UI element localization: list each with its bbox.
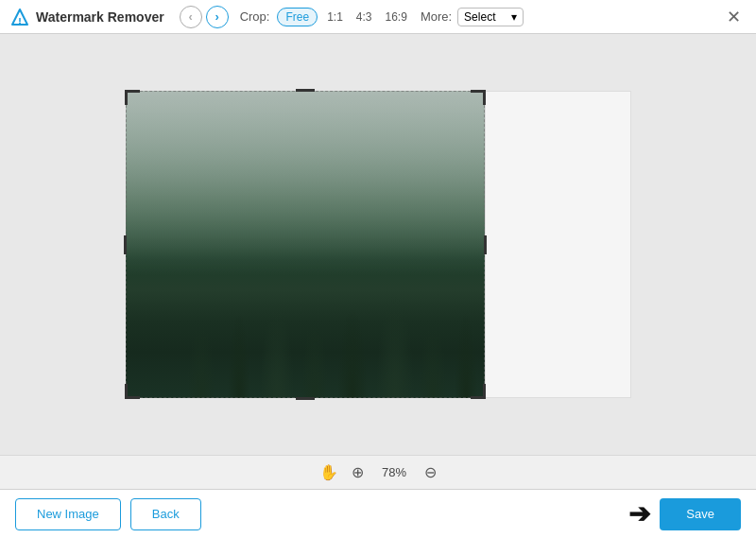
crop-16x9-button[interactable]: 16:9 <box>382 9 411 26</box>
app-logo <box>9 7 30 27</box>
nav-buttons: ‹ › <box>180 6 229 28</box>
zoom-out-icon[interactable]: ⊖ <box>424 463 437 481</box>
arrow-indicator: ➔ Save <box>628 498 741 530</box>
titlebar: Watermark Remover ‹ › Crop: Free 1:1 4:3… <box>0 0 756 34</box>
new-image-button[interactable]: New Image <box>15 498 121 530</box>
image-wrapper[interactable] <box>126 91 485 398</box>
crop-options: Free 1:1 4:3 16:9 <box>277 8 410 26</box>
chevron-down-icon: ▾ <box>511 10 517 24</box>
nav-forward-button[interactable]: › <box>206 6 229 28</box>
zoom-bar: ✋ ⊕ 78% ⊖ <box>0 455 756 489</box>
zoom-in-icon[interactable]: ⊕ <box>352 463 364 481</box>
crop-1x1-button[interactable]: 1:1 <box>323 9 347 26</box>
svg-point-2 <box>19 22 21 24</box>
more-label: More: <box>421 9 452 24</box>
main-canvas-area <box>0 34 756 455</box>
arrow-right-icon: ➔ <box>628 498 650 529</box>
select-label: Select <box>464 10 495 24</box>
zoom-percent: 78% <box>377 465 411 479</box>
back-button[interactable]: Back <box>130 498 201 530</box>
right-panel <box>485 91 631 398</box>
save-button[interactable]: Save <box>660 498 741 530</box>
nav-back-button[interactable]: ‹ <box>180 6 202 28</box>
close-button[interactable]: ✕ <box>721 3 747 31</box>
canvas-container <box>126 91 631 398</box>
crop-label: Crop: <box>240 9 270 24</box>
app-title: Watermark Remover <box>36 9 164 25</box>
select-dropdown[interactable]: Select ▾ <box>457 8 524 26</box>
forest-image <box>126 91 485 398</box>
bottom-bar: New Image Back ➔ Save <box>0 489 756 538</box>
hand-icon[interactable]: ✋ <box>319 463 338 481</box>
crop-free-button[interactable]: Free <box>277 8 318 26</box>
crop-4x3-button[interactable]: 4:3 <box>352 9 376 26</box>
